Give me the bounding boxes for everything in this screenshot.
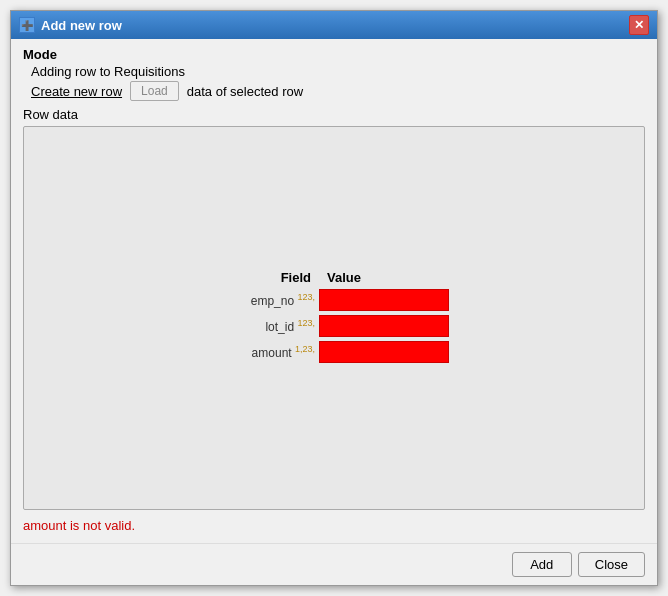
mode-create-row: Create new row Load data of selected row — [23, 81, 645, 101]
load-button[interactable]: Load — [130, 81, 179, 101]
row-data-label: Row data — [23, 107, 645, 122]
field-type-emp-no: 123, — [297, 292, 315, 302]
mode-section: Mode Adding row to Requisitions Create n… — [23, 47, 645, 101]
table-header: Field Value — [219, 270, 449, 285]
field-value-lot-id[interactable] — [319, 315, 449, 337]
dialog-footer: Add Close — [11, 543, 657, 585]
field-value-emp-no[interactable] — [319, 289, 449, 311]
fields-table: Field Value emp_no 123, lot_id 123, — [219, 270, 449, 367]
row-data-section: Row data Field Value emp_no 123, — [23, 107, 645, 510]
close-button[interactable]: Close — [578, 552, 645, 577]
header-value: Value — [319, 270, 449, 285]
field-name-amount: amount 1,23, — [219, 344, 319, 360]
field-type-lot-id: 123, — [297, 318, 315, 328]
dialog-content: Mode Adding row to Requisitions Create n… — [11, 39, 657, 543]
dialog-close-button[interactable]: ✕ — [629, 15, 649, 35]
dialog-title: Add new row — [41, 18, 122, 33]
mode-adding-text: Adding row to Requisitions — [23, 64, 645, 79]
mode-label: Mode — [23, 47, 645, 62]
add-button[interactable]: Add — [512, 552, 572, 577]
field-type-amount: 1,23, — [295, 344, 315, 354]
data-of-selected-label: data of selected row — [187, 84, 303, 99]
error-message: amount is not valid. — [23, 516, 645, 535]
table-row: emp_no 123, — [219, 289, 449, 311]
table-row: amount 1,23, — [219, 341, 449, 363]
field-name-lot-id: lot_id 123, — [219, 318, 319, 334]
table-row: lot_id 123, — [219, 315, 449, 337]
title-bar: ➕ Add new row ✕ — [11, 11, 657, 39]
add-new-row-dialog: ➕ Add new row ✕ Mode Adding row to Requi… — [10, 10, 658, 586]
dialog-icon: ➕ — [19, 17, 35, 33]
title-bar-left: ➕ Add new row — [19, 17, 122, 33]
header-field: Field — [219, 270, 319, 285]
row-data-box: Field Value emp_no 123, lot_id 123, — [23, 126, 645, 510]
field-name-emp-no: emp_no 123, — [219, 292, 319, 308]
create-new-row-label: Create new row — [31, 84, 122, 99]
field-value-amount[interactable] — [319, 341, 449, 363]
